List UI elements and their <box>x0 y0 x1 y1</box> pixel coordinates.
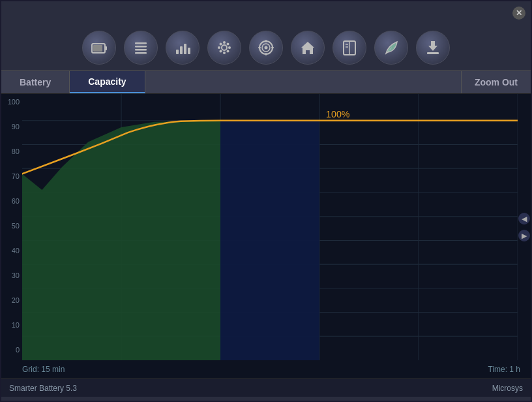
scroll-up-icon: ◀ <box>522 215 527 223</box>
tab-battery-label: Battery <box>20 77 51 87</box>
svg-point-12 <box>223 41 226 44</box>
svg-point-11 <box>222 45 227 50</box>
toolbar-chart-btn[interactable] <box>166 31 200 65</box>
svg-rect-3 <box>135 42 147 44</box>
svg-rect-7 <box>176 50 179 54</box>
gear-icon <box>216 39 233 56</box>
toolbar-settings-btn[interactable] <box>207 31 241 65</box>
svg-rect-2 <box>93 45 102 52</box>
battery-icon <box>90 39 108 57</box>
svg-point-17 <box>227 50 229 53</box>
chart-icon <box>174 39 191 56</box>
y-label-10: 10 <box>1 321 20 329</box>
tabs-row: Battery Capacity Zoom Out <box>1 70 531 94</box>
toolbar-home-btn[interactable] <box>291 31 325 65</box>
y-label-20: 20 <box>1 296 20 304</box>
toolbar-download-btn[interactable] <box>416 31 450 65</box>
svg-point-18 <box>220 50 222 53</box>
chart-inner: 100% <box>22 94 518 360</box>
tab-spacer <box>145 71 461 93</box>
tab-capacity[interactable]: Capacity <box>70 71 145 93</box>
svg-rect-6 <box>135 52 147 54</box>
svg-point-16 <box>220 43 222 46</box>
toolbar <box>1 25 531 70</box>
book-icon <box>341 39 358 56</box>
svg-rect-5 <box>135 49 147 51</box>
svg-point-13 <box>223 52 226 54</box>
chart-svg: 100% <box>22 94 518 360</box>
chart-container: 100 90 80 70 60 50 40 30 20 10 0 <box>1 94 531 360</box>
scroll-down-icon: ▶ <box>522 232 527 240</box>
svg-rect-9 <box>184 44 186 54</box>
y-label-30: 30 <box>1 271 20 279</box>
y-label-80: 80 <box>1 147 20 155</box>
leaf-icon <box>383 39 400 56</box>
time-label: Time: 1 h <box>488 365 520 374</box>
y-label-70: 70 <box>1 172 20 180</box>
svg-marker-51 <box>220 121 319 360</box>
zoom-out-label: Zoom Out <box>475 77 518 87</box>
title-bar: ✕ <box>1 1 531 25</box>
y-label-0: 0 <box>1 346 20 354</box>
toolbar-list-btn[interactable] <box>124 31 158 65</box>
scroll-down-button[interactable]: ▶ <box>518 230 530 241</box>
tab-capacity-label: Capacity <box>88 76 126 87</box>
svg-marker-27 <box>301 42 314 54</box>
svg-rect-8 <box>180 46 183 54</box>
svg-rect-34 <box>427 52 439 54</box>
zoom-out-button[interactable]: Zoom Out <box>461 71 531 93</box>
svg-marker-50 <box>22 121 220 360</box>
svg-rect-4 <box>135 46 147 48</box>
svg-point-14 <box>218 46 220 49</box>
download-icon <box>424 39 441 56</box>
y-label-60: 60 <box>1 197 20 205</box>
app-title: Smarter Battery 5.3 <box>9 384 77 393</box>
grid-info-bar: Grid: 15 min Time: 1 h <box>1 360 531 379</box>
scroll-up-button[interactable]: ◀ <box>518 213 530 224</box>
scroll-arrows: ◀ ▶ <box>518 94 531 360</box>
toolbar-target-btn[interactable] <box>249 31 283 65</box>
svg-rect-1 <box>105 46 107 50</box>
home-icon <box>299 39 316 56</box>
y-label-90: 90 <box>1 123 20 131</box>
y-label-50: 50 <box>1 222 20 230</box>
toolbar-book-btn[interactable] <box>332 31 366 65</box>
svg-text:100%: 100% <box>326 109 350 119</box>
toolbar-leaf-btn[interactable] <box>374 31 408 65</box>
y-label-40: 40 <box>1 247 20 255</box>
svg-rect-10 <box>188 48 190 54</box>
list-icon <box>132 39 149 56</box>
y-label-100: 100 <box>1 98 20 106</box>
target-icon <box>258 39 274 56</box>
svg-point-22 <box>265 46 268 50</box>
svg-point-15 <box>228 46 231 49</box>
close-button[interactable]: ✕ <box>512 7 525 20</box>
close-icon: ✕ <box>516 8 522 18</box>
grid-label: Grid: 15 min <box>22 365 65 374</box>
y-axis: 100 90 80 70 60 50 40 30 20 10 0 <box>1 94 22 360</box>
toolbar-battery-btn[interactable] <box>82 31 116 65</box>
app-company: Microsys <box>492 384 523 393</box>
svg-marker-33 <box>428 41 437 51</box>
tab-battery[interactable]: Battery <box>1 71 70 93</box>
status-bar: Smarter Battery 5.3 Microsys <box>1 379 531 397</box>
svg-point-19 <box>227 43 229 46</box>
